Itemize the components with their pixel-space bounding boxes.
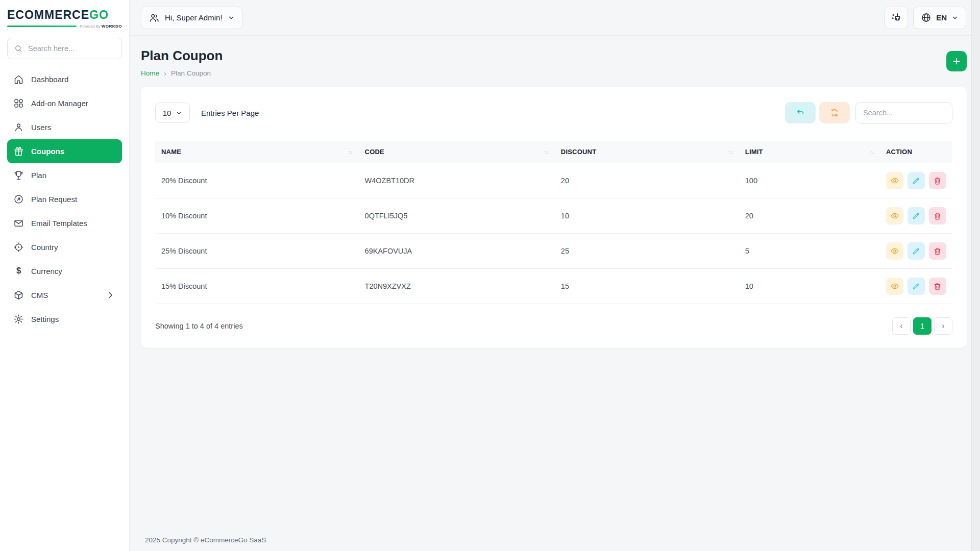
logo-accent: GO — [89, 8, 109, 21]
plus-icon — [951, 56, 962, 66]
logo-text: ECOMMERCEGO — [7, 8, 122, 22]
delete-button[interactable] — [929, 172, 946, 189]
sidebar-item-addon-manager[interactable]: Add-on Manager — [7, 91, 122, 115]
edit-button[interactable] — [908, 278, 925, 295]
chevron-down-icon — [951, 14, 959, 21]
sidebar-item-users[interactable]: Users — [7, 115, 122, 139]
sidebar-item-currency[interactable]: $ Currency — [7, 259, 122, 283]
cell-code: T20N9XZVXZ — [359, 269, 555, 304]
sidebar-item-label: Currency — [31, 267, 62, 276]
pencil-icon — [912, 212, 920, 220]
eye-icon — [890, 246, 899, 256]
broom-icon — [891, 12, 902, 23]
dollar-icon: $ — [13, 266, 24, 277]
language-selector[interactable]: EN — [913, 7, 966, 29]
edit-button[interactable] — [908, 172, 925, 189]
pagination-prev-button[interactable]: ‹ — [892, 317, 911, 335]
delete-button[interactable] — [929, 278, 946, 295]
pencil-icon — [912, 282, 920, 291]
eye-icon — [890, 211, 899, 220]
mail-icon — [13, 218, 24, 229]
language-value: EN — [936, 13, 947, 22]
column-header-action: ACTION — [880, 141, 952, 163]
copyright-text: 2025 Copyright © eCommerceGo SaaS — [145, 536, 266, 544]
powered-by: Powered By WORKDO — [80, 24, 122, 29]
column-header-discount[interactable]: DISCOUNT↑↓ — [555, 141, 739, 163]
pagination-next-button[interactable]: › — [934, 317, 952, 335]
cell-discount: 20 — [555, 163, 739, 198]
undo-button[interactable] — [785, 102, 816, 123]
entries-value: 10 — [163, 109, 172, 117]
edit-button[interactable] — [908, 207, 925, 224]
sidebar-item-country[interactable]: Country — [7, 235, 122, 259]
refresh-icon — [829, 108, 840, 118]
sidebar-item-label: Plan — [31, 171, 46, 180]
cell-code: 69KAFOVUJA — [359, 234, 555, 269]
edit-button[interactable] — [908, 242, 925, 260]
cell-limit: 10 — [739, 269, 880, 304]
chevron-down-icon — [176, 110, 182, 116]
view-button[interactable] — [886, 242, 903, 260]
view-button[interactable] — [886, 207, 903, 224]
crosshair-icon — [13, 242, 24, 253]
sort-icon: ↑↓ — [728, 149, 733, 155]
cell-code: W4OZBT10DR — [359, 163, 555, 198]
users-icon — [149, 12, 160, 23]
entries-per-page-label: Entries Per Page — [201, 109, 259, 117]
delete-button[interactable] — [929, 207, 946, 224]
sidebar-item-label: Users — [31, 123, 51, 132]
chevron-right-icon — [105, 290, 116, 300]
sidebar-item-dashboard[interactable]: Dashboard — [7, 67, 122, 91]
svg-text:$: $ — [16, 266, 21, 276]
page-title: Plan Coupon — [141, 48, 223, 64]
undo-arrow-icon — [795, 108, 805, 118]
sidebar-search-input[interactable] — [28, 44, 115, 53]
pencil-icon — [912, 177, 920, 185]
column-header-code[interactable]: CODE↑↓ — [359, 141, 555, 163]
cell-limit: 20 — [739, 198, 880, 234]
scrollbar[interactable] — [971, 0, 980, 551]
gear-icon — [13, 314, 24, 324]
entries-per-page-select[interactable]: 10 — [155, 103, 190, 123]
trash-icon — [933, 212, 942, 220]
trash-icon — [933, 177, 942, 185]
view-button[interactable] — [886, 278, 903, 295]
table-search-input[interactable] — [855, 102, 952, 123]
eye-icon — [890, 282, 899, 291]
pagination-page-1-button[interactable]: 1 — [913, 317, 932, 335]
clear-cache-button[interactable] — [885, 7, 908, 29]
cell-name: 15% Discount — [155, 269, 359, 304]
refresh-button[interactable] — [819, 102, 850, 123]
breadcrumb-home-link[interactable]: Home — [141, 69, 159, 77]
user-greeting: Hi, Super Admin! — [165, 13, 223, 22]
user-menu[interactable]: Hi, Super Admin! — [141, 7, 242, 29]
sidebar-item-settings[interactable]: Settings — [7, 307, 122, 331]
sidebar-item-plan-request[interactable]: Plan Request — [7, 187, 122, 211]
entries-summary: Showing 1 to 4 of 4 entries — [155, 322, 243, 330]
globe-icon — [921, 12, 932, 23]
chevron-down-icon — [228, 14, 235, 21]
sidebar-item-coupons[interactable]: Coupons — [7, 139, 122, 163]
coupons-table: NAME↑↓ CODE↑↓ DISCOUNT↑↓ LIMIT↑↓ ACTION … — [155, 141, 952, 304]
app-logo[interactable]: ECOMMERCEGO Powered By WORKDO — [7, 8, 122, 29]
column-header-limit[interactable]: LIMIT↑↓ — [739, 141, 880, 163]
column-header-name[interactable]: NAME↑↓ — [155, 141, 359, 163]
sidebar-item-plan[interactable]: Plan — [7, 163, 122, 187]
pagination: ‹ 1 › — [892, 317, 952, 335]
logo-underline — [7, 26, 77, 27]
sidebar-item-label: Coupons — [31, 147, 64, 156]
cell-limit: 100 — [739, 163, 880, 198]
sidebar-item-email-templates[interactable]: Email Templates — [7, 211, 122, 235]
gift-icon — [13, 146, 24, 157]
table-row: 20% Discount W4OZBT10DR 20 100 — [155, 163, 952, 198]
cell-discount: 10 — [555, 198, 739, 234]
table-row: 15% Discount T20N9XZVXZ 15 10 — [155, 269, 952, 304]
breadcrumb: Home › Plan Coupon — [141, 69, 223, 78]
sidebar-item-cms[interactable]: CMS — [7, 283, 122, 307]
pencil-icon — [912, 247, 920, 256]
cell-limit: 5 — [739, 234, 880, 269]
package-icon — [13, 290, 24, 300]
add-coupon-button[interactable] — [946, 51, 967, 71]
view-button[interactable] — [886, 172, 903, 189]
delete-button[interactable] — [929, 242, 946, 260]
